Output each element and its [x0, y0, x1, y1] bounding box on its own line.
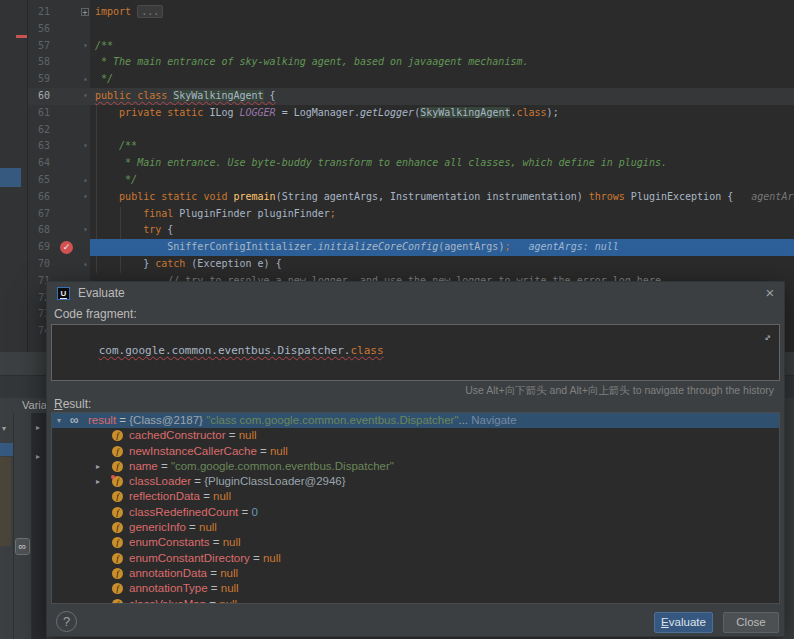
variable-text: name = "com.google.common.eventbus.Dispa…: [129, 459, 394, 474]
chevron-down-icon[interactable]: ▾: [2, 424, 6, 433]
code-text[interactable]: private static ILog LOGGER = LogManager.…: [90, 105, 794, 122]
code-token: = LogManager.: [276, 107, 360, 118]
line-number[interactable]: 66: [28, 189, 50, 206]
fold-icon[interactable]: ▴: [83, 172, 88, 189]
code-token: private static: [119, 107, 209, 118]
code-token: com.google.common.eventbus.Dispatcher.: [99, 344, 351, 357]
code-token: [95, 191, 119, 202]
code-token: SnifferConfigInitializer.: [95, 241, 318, 252]
evaluate-button[interactable]: Evaluate: [654, 612, 713, 633]
code-line: 60▾public class SkyWalkingAgent {: [28, 88, 794, 105]
line-number[interactable]: 59: [28, 71, 50, 88]
chevron-right-icon[interactable]: ▸: [96, 459, 100, 474]
variable-row[interactable]: fnewInstanceCallerCache = null: [52, 444, 779, 459]
code-text[interactable]: [90, 21, 794, 38]
variable-row[interactable]: fclassValueMap = null: [52, 597, 779, 604]
variable-name: newInstanceCallerCache: [129, 445, 257, 457]
field-icon: f: [112, 476, 123, 487]
line-number[interactable]: 56: [28, 21, 50, 38]
code-text[interactable]: * Main entrance. Use byte-buddy transfor…: [90, 155, 794, 172]
navigate-link[interactable]: Navigate: [471, 414, 516, 426]
variable-row[interactable]: ▸fname = "com.google.common.eventbus.Dis…: [52, 459, 779, 474]
code-token: ...: [137, 5, 163, 18]
line-number[interactable]: 68: [28, 222, 50, 239]
code-token: (Exception e) {: [185, 258, 281, 269]
code-text[interactable]: */: [90, 172, 794, 189]
intellij-logo-icon: U: [57, 287, 70, 300]
code-text[interactable]: [90, 122, 794, 139]
help-icon[interactable]: ?: [56, 611, 77, 632]
fold-icon[interactable]: ▾: [83, 38, 88, 55]
fold-column: ✓: [50, 239, 90, 256]
chevron-down-icon[interactable]: ▾: [57, 413, 61, 428]
line-number[interactable]: 70: [28, 256, 50, 273]
code-token: premain: [233, 191, 275, 202]
variable-row[interactable]: fenumConstants = null: [52, 535, 779, 550]
code-token: try: [143, 224, 161, 235]
variable-row[interactable]: ▾∞result = {Class@2187} "class com.googl…: [52, 413, 779, 428]
code-text[interactable]: public class SkyWalkingAgent {: [90, 88, 794, 105]
fold-icon[interactable]: ▾: [83, 189, 88, 206]
variable-name: classLoader: [129, 475, 191, 487]
line-number[interactable]: 64: [28, 155, 50, 172]
code-text[interactable]: public static void premain(String agentA…: [90, 189, 794, 206]
line-number[interactable]: 58: [28, 54, 50, 71]
fold-icon[interactable]: ▴: [83, 256, 88, 273]
code-fragment-input[interactable]: com.google.common.eventbus.Dispatcher.cl…: [51, 324, 780, 381]
tree-expand-icon[interactable]: ▸: [36, 423, 40, 432]
fold-icon[interactable]: ▾: [83, 222, 88, 239]
line-number[interactable]: 65: [28, 172, 50, 189]
watches-toggle-button[interactable]: ∞: [15, 538, 30, 555]
variable-value: "com.google.common.eventbus.Dispatcher": [171, 460, 394, 472]
line-number[interactable]: 60: [28, 88, 50, 105]
code-text[interactable]: * The main entrance of sky-walking agent…: [90, 54, 794, 71]
variable-row[interactable]: fclassRedefinedCount = 0: [52, 505, 779, 520]
variable-row[interactable]: ▸fclassLoader = {PluginClassLoader@2946}: [52, 474, 779, 489]
fold-icon[interactable]: ▾: [83, 138, 88, 155]
close-icon[interactable]: ×: [761, 284, 779, 302]
fold-icon[interactable]: ▴: [83, 71, 88, 88]
code-text[interactable]: /**: [90, 138, 794, 155]
code-token: LOGGER: [240, 107, 276, 118]
code-text[interactable]: } catch (Exception e) {: [90, 256, 794, 273]
code-text[interactable]: /**: [90, 38, 794, 55]
variable-text: newInstanceCallerCache = null: [129, 444, 288, 459]
result-tree[interactable]: ▾∞result = {Class@2187} "class com.googl…: [51, 412, 780, 604]
line-number[interactable]: 21: [28, 4, 50, 21]
tree-expand-icon[interactable]: ▸: [36, 452, 40, 461]
field-icon: f: [112, 568, 123, 579]
chevron-right-icon[interactable]: ▸: [96, 474, 100, 489]
variable-row[interactable]: fcachedConstructor = null: [52, 428, 779, 443]
variable-row[interactable]: fannotationData = null: [52, 566, 779, 581]
code-text[interactable]: try {: [90, 222, 794, 239]
variable-name: cachedConstructor: [129, 429, 226, 441]
variable-value: null: [223, 536, 241, 548]
line-number[interactable]: 61: [28, 105, 50, 122]
code-text[interactable]: */: [90, 71, 794, 88]
variable-row[interactable]: freflectionData = null: [52, 489, 779, 504]
line-number[interactable]: 69: [28, 239, 50, 256]
expand-icon[interactable]: ↔: [760, 331, 774, 345]
fold-column: ▾: [50, 189, 90, 206]
code-fragment-value: com.google.common.eventbus.Dispatcher.cl…: [99, 344, 384, 357]
code-text[interactable]: SnifferConfigInitializer.initializeCoreC…: [90, 239, 794, 256]
breakpoint-icon[interactable]: ✓: [60, 241, 73, 254]
code-text[interactable]: final PluginFinder pluginFinder;: [90, 206, 794, 223]
variable-text: annotationData = null: [129, 566, 238, 581]
line-number[interactable]: 62: [28, 122, 50, 139]
fold-icon[interactable]: ▾: [83, 88, 88, 105]
variable-text: enumConstants = null: [129, 535, 241, 550]
fold-column: ▾: [50, 38, 90, 55]
line-number[interactable]: 57: [28, 38, 50, 55]
variable-row[interactable]: fenumConstantDirectory = null: [52, 551, 779, 566]
panel-fragment: [0, 457, 11, 546]
variable-text: reflectionData = null: [129, 489, 231, 504]
variable-row[interactable]: fannotationType = null: [52, 581, 779, 596]
fold-icon[interactable]: +: [81, 8, 89, 16]
close-button[interactable]: Close: [723, 612, 779, 633]
line-number[interactable]: 67: [28, 206, 50, 223]
code-token: * Main entrance. Use byte-buddy transfor…: [95, 157, 667, 168]
variable-row[interactable]: fgenericInfo = null: [52, 520, 779, 535]
code-text[interactable]: import ...: [90, 4, 794, 21]
line-number[interactable]: 63: [28, 138, 50, 155]
